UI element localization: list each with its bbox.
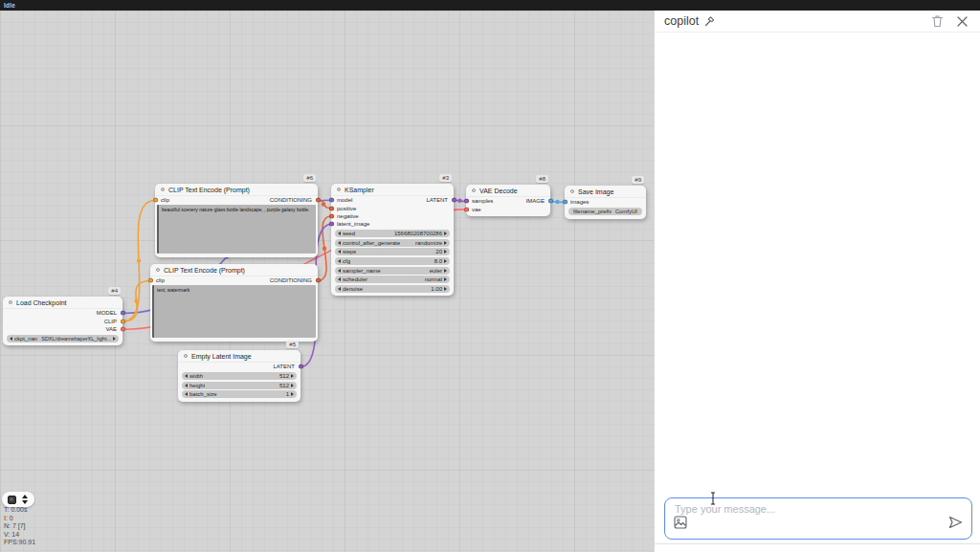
stat-line: V: 14 <box>4 531 35 540</box>
node-id-badge: #9 <box>632 176 644 184</box>
increment-arrow-icon[interactable] <box>444 250 447 254</box>
copilot-panel: copilot Type your message... <box>654 11 980 552</box>
node-clip-text-encode-negative[interactable]: CLIP Text Encode (Prompt) clip CONDITION… <box>150 264 318 342</box>
prompt-textarea[interactable]: text, watermark <box>152 285 316 338</box>
node-title[interactable]: Save Image <box>565 186 646 198</box>
node-graph-canvas[interactable]: #6 CLIP Text Encode (Prompt) clip CONDIT… <box>0 11 654 552</box>
increment-arrow-icon[interactable] <box>291 392 294 396</box>
decrement-arrow-icon[interactable] <box>185 374 188 378</box>
increment-arrow-icon[interactable] <box>291 384 294 387</box>
node-id-badge: #5 <box>286 341 299 348</box>
node-title[interactable]: Empty Latent Image <box>178 350 301 363</box>
increment-arrow-icon[interactable] <box>444 232 447 235</box>
node-vae-decode[interactable]: #8 VAE Decode samples IMAGE vae <box>466 185 550 216</box>
widget-sampler-name[interactable]: sampler_name euler <box>335 267 450 275</box>
input-slot-vae[interactable] <box>464 207 469 211</box>
node-title[interactable]: CLIP Text Encode (Prompt) <box>155 184 318 196</box>
widget-height[interactable]: height 512 <box>182 382 297 389</box>
clear-chat-trash-button[interactable] <box>928 12 946 30</box>
wire-dot <box>555 200 559 204</box>
widget-seed[interactable]: seed 156680208700286 <box>335 230 450 237</box>
node-save-image[interactable]: #9 Save Image images filename_prefix Com… <box>565 186 646 219</box>
minimap-icon[interactable] <box>8 496 16 504</box>
input-slot-model[interactable] <box>329 198 334 203</box>
node-clip-text-encode-positive[interactable]: #6 CLIP Text Encode (Prompt) clip CONDIT… <box>155 184 318 257</box>
collapse-dot-icon[interactable] <box>156 268 160 272</box>
node-id-badge: #8 <box>536 175 548 183</box>
output-slot-model[interactable] <box>121 311 125 316</box>
widget-filename-prefix[interactable]: filename_prefix ComfyUI <box>568 208 642 215</box>
decrement-arrow-icon[interactable] <box>185 384 188 387</box>
input-slot-images[interactable] <box>563 200 568 205</box>
decrement-arrow-icon[interactable] <box>338 277 341 281</box>
swap-vertical-icon[interactable] <box>21 495 29 504</box>
wire-dot <box>137 258 141 262</box>
output-slot-clip[interactable] <box>121 319 125 323</box>
input-slot-samples[interactable] <box>464 199 469 204</box>
widget-scheduler[interactable]: scheduler normal <box>335 276 450 283</box>
widget-width[interactable]: width 512 <box>182 372 297 380</box>
input-slot-clip[interactable] <box>148 278 153 283</box>
output-slot-latent[interactable] <box>452 198 457 203</box>
widget-ckpt-name[interactable]: ckpt_name SDXL/dreamshaperXL_light... <box>7 335 119 342</box>
decrement-arrow-icon[interactable] <box>338 250 341 254</box>
copilot-title: copilot <box>664 14 699 28</box>
node-load-checkpoint[interactable]: #4 Load Checkpoint MODEL CLIP VAE ckpt_n… <box>3 297 122 345</box>
app-root: Idle #6 CLIP <box>0 0 980 552</box>
input-slot-latent-image[interactable] <box>329 222 334 227</box>
node-id-badge: #6 <box>303 174 316 182</box>
decrement-arrow-icon[interactable] <box>338 269 341 273</box>
output-slot-conditioning[interactable] <box>316 278 321 283</box>
prompt-textarea[interactable]: beautiful scenery nature glass bottle la… <box>157 205 316 254</box>
copilot-header: copilot <box>655 11 980 33</box>
collapse-dot-icon[interactable] <box>337 188 341 191</box>
node-title[interactable]: Load Checkpoint <box>3 297 122 309</box>
stat-line: FPS:90.91 <box>4 539 35 547</box>
input-slot-positive[interactable] <box>329 206 334 210</box>
increment-arrow-icon[interactable] <box>291 374 294 378</box>
attach-image-button[interactable] <box>674 516 687 533</box>
stat-line: T: 0.00s <box>4 506 35 515</box>
widget-cfg[interactable]: cfg 8.0 <box>335 257 450 265</box>
increment-arrow-icon[interactable] <box>444 269 447 273</box>
decrement-arrow-icon[interactable] <box>185 392 188 396</box>
decrement-arrow-icon[interactable] <box>338 287 341 291</box>
output-slot-vae[interactable] <box>121 326 125 331</box>
widget-steps[interactable]: steps 20 <box>335 248 450 255</box>
output-slot-image[interactable] <box>548 199 553 204</box>
send-message-button[interactable] <box>948 516 963 533</box>
node-ksampler[interactable]: #3 KSampler model LATENT positive negati… <box>331 184 454 296</box>
next-option-arrow-icon[interactable] <box>113 337 116 341</box>
collapse-dot-icon[interactable] <box>570 189 574 193</box>
decrement-arrow-icon[interactable] <box>338 241 341 245</box>
node-title[interactable]: CLIP Text Encode (Prompt) <box>150 264 318 276</box>
message-input-placeholder[interactable]: Type your message... <box>675 503 775 515</box>
increment-arrow-icon[interactable] <box>444 259 447 263</box>
input-slot-clip[interactable] <box>153 198 158 203</box>
decrement-arrow-icon[interactable] <box>338 232 341 235</box>
increment-arrow-icon[interactable] <box>444 241 447 245</box>
chat-input-box[interactable]: Type your message... <box>664 497 972 540</box>
widget-control-after-generate[interactable]: control_after_generate randomize <box>335 239 450 247</box>
output-slot-conditioning[interactable] <box>316 198 321 203</box>
prev-option-arrow-icon[interactable] <box>10 337 12 341</box>
node-title[interactable]: KSampler <box>331 184 454 196</box>
collapse-dot-icon[interactable] <box>161 188 165 191</box>
hammer-icon <box>703 15 715 27</box>
node-id-badge: #4 <box>108 287 121 295</box>
output-slot-latent[interactable] <box>299 364 303 369</box>
collapse-dot-icon[interactable] <box>472 188 476 192</box>
collapse-dot-icon[interactable] <box>9 300 12 304</box>
increment-arrow-icon[interactable] <box>444 277 447 281</box>
increment-arrow-icon[interactable] <box>444 287 447 291</box>
widget-denoise[interactable]: denoise 1.00 <box>335 285 450 293</box>
node-id-badge: #3 <box>439 174 452 182</box>
collapse-dot-icon[interactable] <box>184 354 188 358</box>
node-title[interactable]: VAE Decode <box>466 185 550 197</box>
node-empty-latent-image[interactable]: #5 Empty Latent Image LATENT width 512 h… <box>178 350 301 402</box>
widget-batch-size[interactable]: batch_size 1 <box>182 390 297 398</box>
stat-line: N: 7 [7] <box>4 522 35 531</box>
decrement-arrow-icon[interactable] <box>338 259 341 263</box>
input-slot-negative[interactable] <box>329 213 334 218</box>
close-panel-button[interactable] <box>953 12 970 30</box>
